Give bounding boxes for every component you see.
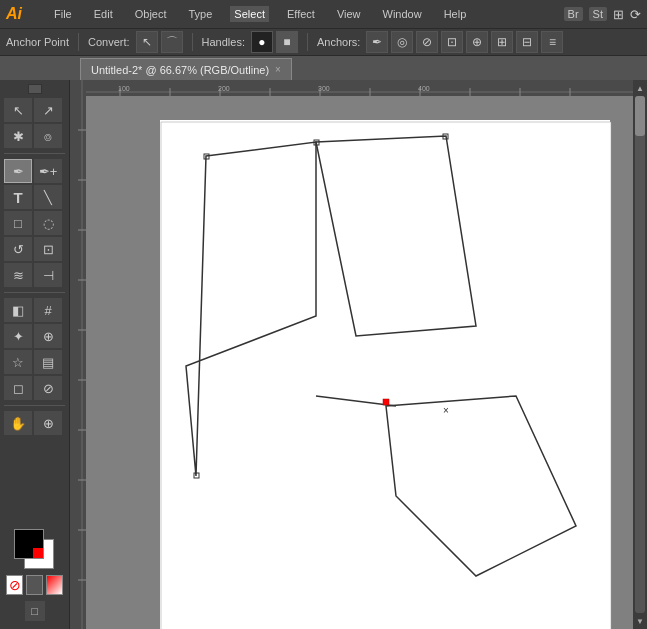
ruler-left — [70, 80, 86, 629]
menu-view[interactable]: View — [333, 6, 365, 22]
svg-rect-0 — [70, 80, 633, 96]
paintbrush-tool-btn[interactable]: ◌ — [34, 211, 62, 235]
scroll-track-v[interactable] — [635, 96, 645, 613]
handle-type-btn[interactable]: ● — [251, 31, 273, 53]
tab-title: Untitled-2* @ 66.67% (RGB/Outline) — [91, 64, 269, 76]
ruler-top: 100 200 300 400 — [70, 80, 633, 96]
anchor-pen-btn[interactable]: ✒ — [366, 31, 388, 53]
main-area: ↖ ↗ ✱ ⌾ ✒ ✒+ T ╲ □ ◌ ↺ ⊡ ≋ ⊣ ◧ — [0, 80, 647, 629]
lasso-tool-btn[interactable]: ⌾ — [34, 124, 62, 148]
separator2 — [192, 33, 193, 51]
pen-tool-btn[interactable]: ✒ — [4, 159, 32, 183]
rotate-tool-btn[interactable]: ↺ — [4, 237, 32, 261]
handle-buttons: ● ■ — [251, 31, 298, 53]
convert-corner-btn[interactable]: ↖ — [136, 31, 158, 53]
anchors-label: Anchors: — [317, 36, 360, 48]
convert-smooth-btn[interactable]: ⌒ — [161, 31, 183, 53]
menu-object[interactable]: Object — [131, 6, 171, 22]
magic-wand-tool-btn[interactable]: ✱ — [4, 124, 32, 148]
anchor-show-btn[interactable]: ◎ — [391, 31, 413, 53]
tool-separator-2 — [4, 292, 65, 293]
scrollbar-vertical[interactable]: ▲ ▼ — [633, 80, 647, 629]
type-tool-btn[interactable]: T — [4, 185, 32, 209]
tool-row-12: ✋ ⊕ — [4, 411, 65, 435]
tool-row-4: T ╲ — [4, 185, 65, 209]
st-icon[interactable]: St — [589, 7, 607, 21]
none-indicator — [33, 548, 43, 558]
slice-tool-btn[interactable]: ⊘ — [34, 376, 62, 400]
handle-square-btn[interactable]: ■ — [276, 31, 298, 53]
separator3 — [307, 33, 308, 51]
br-icon[interactable]: Br — [564, 7, 583, 21]
app-logo: Ai — [6, 5, 36, 23]
width-tool-btn[interactable]: ⊣ — [34, 263, 62, 287]
anchor-point-label: Anchor Point — [6, 36, 69, 48]
scroll-up-btn[interactable]: ▲ — [634, 82, 646, 94]
menu-select[interactable]: Select — [230, 6, 269, 22]
scroll-down-btn[interactable]: ▼ — [634, 615, 646, 627]
line-tool-btn[interactable]: ╲ — [34, 185, 62, 209]
stroke-swatch[interactable] — [26, 575, 43, 595]
gradient-tool-btn[interactable]: ◧ — [4, 298, 32, 322]
svg-rect-16 — [70, 80, 86, 629]
tool-row-8: ◧ # — [4, 298, 65, 322]
menu-effect[interactable]: Effect — [283, 6, 319, 22]
tool-row-9: ✦ ⊕ — [4, 324, 65, 348]
workspace-icon[interactable]: ⊞ — [613, 7, 624, 22]
tool-separator-3 — [4, 405, 65, 406]
small-swatch-row: ⊘ — [6, 575, 63, 595]
menu-file[interactable]: File — [50, 6, 76, 22]
warp-tool-btn[interactable]: ≋ — [4, 263, 32, 287]
svg-rect-28 — [161, 122, 611, 629]
menu-edit[interactable]: Edit — [90, 6, 117, 22]
tool-row-7: ≋ ⊣ — [4, 263, 65, 287]
color-area: ⊘ □ — [4, 525, 65, 625]
scroll-thumb-v[interactable] — [635, 96, 645, 136]
draw-mode-btn[interactable]: □ — [25, 601, 45, 621]
tool-row-6: ↺ ⊡ — [4, 237, 65, 261]
anchor-buttons: ✒ ◎ ⊘ ⊡ ⊕ ⊞ ⊟ ≡ — [366, 31, 563, 53]
tool-row-10: ☆ ▤ — [4, 350, 65, 374]
anchor-corner-btn[interactable]: ⊡ — [441, 31, 463, 53]
document-tab[interactable]: Untitled-2* @ 66.67% (RGB/Outline) × — [80, 58, 292, 80]
handles-label: Handles: — [202, 36, 245, 48]
artboard-tool-btn[interactable]: ◻ — [4, 376, 32, 400]
zoom-tool-btn[interactable]: ⊕ — [34, 411, 62, 435]
anchor-more-btn[interactable]: ≡ — [541, 31, 563, 53]
color-swatch-stack — [14, 529, 56, 571]
tool-row-1: ↖ ↗ — [4, 98, 65, 122]
canvas-area[interactable]: 100 200 300 400 — [70, 80, 633, 629]
symbol-tool-btn[interactable]: ☆ — [4, 350, 32, 374]
fill-none-btn[interactable]: ⊘ — [6, 575, 23, 595]
mesh-tool-btn[interactable]: # — [34, 298, 62, 322]
eyedropper-tool-btn[interactable]: ✦ — [4, 324, 32, 348]
tool-row-3: ✒ ✒+ — [4, 159, 65, 183]
anchor-hide-btn[interactable]: ⊘ — [416, 31, 438, 53]
anchor-dist-btn[interactable]: ⊟ — [516, 31, 538, 53]
svg-text:100: 100 — [118, 85, 130, 92]
tab-close-btn[interactable]: × — [275, 64, 281, 75]
tool-row-5: □ ◌ — [4, 211, 65, 235]
scale-tool-btn[interactable]: ⊡ — [34, 237, 62, 261]
svg-rect-34 — [383, 399, 389, 405]
svg-text:300: 300 — [318, 85, 330, 92]
menu-window[interactable]: Window — [379, 6, 426, 22]
selection-tool-btn[interactable]: ↖ — [4, 98, 32, 122]
sync-icon[interactable]: ⟳ — [630, 7, 641, 22]
hand-tool-btn[interactable]: ✋ — [4, 411, 32, 435]
gradient-swatch[interactable] — [46, 575, 63, 595]
anchor-align-btn[interactable]: ⊞ — [491, 31, 513, 53]
add-anchor-tool-btn[interactable]: ✒+ — [34, 159, 62, 183]
menu-type[interactable]: Type — [185, 6, 217, 22]
foreground-color-swatch[interactable] — [14, 529, 44, 559]
column-graph-tool-btn[interactable]: ▤ — [34, 350, 62, 374]
menu-bar: Ai File Edit Object Type Select Effect V… — [0, 0, 647, 28]
menu-help[interactable]: Help — [440, 6, 471, 22]
ruler-corner — [28, 84, 42, 94]
rect-tool-btn[interactable]: □ — [4, 211, 32, 235]
anchor-smooth-btn[interactable]: ⊕ — [466, 31, 488, 53]
blend-tool-btn[interactable]: ⊕ — [34, 324, 62, 348]
tab-bar: Untitled-2* @ 66.67% (RGB/Outline) × — [0, 56, 647, 80]
svg-text:200: 200 — [218, 85, 230, 92]
direct-selection-tool-btn[interactable]: ↗ — [34, 98, 62, 122]
